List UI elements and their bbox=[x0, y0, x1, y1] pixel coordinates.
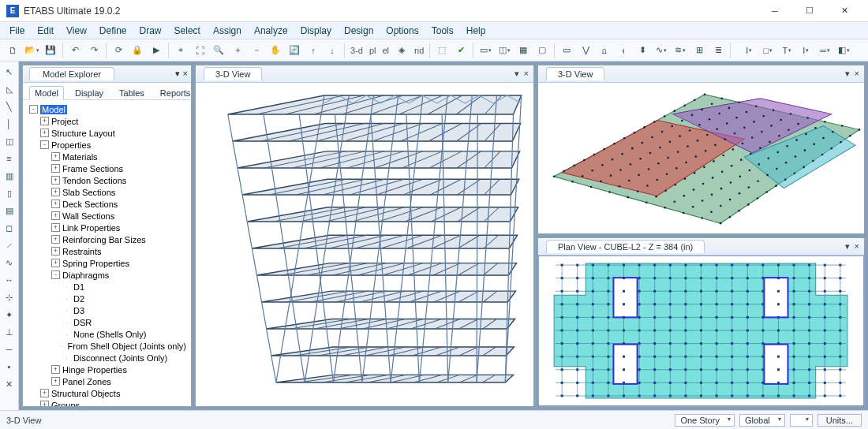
top-3d-viewport[interactable] bbox=[538, 83, 864, 233]
frame-icon[interactable]: ▭ bbox=[558, 42, 575, 59]
snap-point-icon[interactable]: • bbox=[2, 360, 17, 374]
view-menu-icon[interactable]: ▾ bbox=[514, 69, 519, 79]
zoom-in-icon[interactable]: ＋ bbox=[229, 42, 246, 59]
composite-icon[interactable]: ◧ bbox=[835, 42, 852, 59]
ibeam-icon[interactable]: I bbox=[740, 42, 758, 59]
tree-item[interactable]: ·D1 bbox=[23, 281, 191, 293]
menu-draw[interactable]: Draw bbox=[133, 24, 168, 38]
select-prev-icon[interactable]: ◫ bbox=[496, 42, 513, 59]
maximize-button[interactable]: ☐ bbox=[792, 0, 827, 22]
draw-dim-icon[interactable]: ↔ bbox=[2, 273, 17, 287]
draw-brace-icon[interactable]: ◫ bbox=[2, 134, 17, 148]
tree-item[interactable]: -Diaphragms bbox=[23, 269, 191, 281]
up-arrow-icon[interactable]: ↑ bbox=[305, 42, 322, 59]
subtab-tables[interactable]: Tables bbox=[114, 87, 149, 99]
tree-item[interactable]: +Deck Sections bbox=[23, 198, 191, 210]
extra-combo[interactable] bbox=[790, 414, 813, 427]
shear-icon[interactable]: ⋁ bbox=[577, 42, 594, 59]
subtab-reports[interactable]: Reports bbox=[155, 87, 196, 99]
coord-combo[interactable]: Global bbox=[739, 414, 785, 427]
tee-icon[interactable]: T bbox=[778, 42, 795, 59]
object-icon[interactable]: ⬚ bbox=[433, 42, 451, 59]
pan-icon[interactable]: ✋ bbox=[267, 42, 284, 59]
menu-define[interactable]: Define bbox=[93, 24, 133, 38]
snap-all-icon[interactable]: ✦ bbox=[2, 308, 17, 322]
tree-item[interactable]: +Hinge Properties bbox=[23, 364, 191, 375]
story-combo[interactable]: One Story bbox=[675, 414, 735, 427]
panel-pin-icon[interactable]: × bbox=[183, 69, 188, 79]
tree-item[interactable]: ·DSR bbox=[23, 316, 191, 328]
menu-display[interactable]: Display bbox=[294, 24, 338, 38]
conn-icon[interactable]: ═ bbox=[816, 42, 833, 59]
subtab-display[interactable]: Display bbox=[70, 87, 108, 99]
plan-view-header[interactable]: Plan View - CUBE-L2 - Z = 384 (in) ▾× bbox=[538, 238, 864, 256]
snap-int-icon[interactable]: ✕ bbox=[2, 377, 17, 391]
select-all-icon[interactable]: ▦ bbox=[514, 42, 532, 59]
draw-slab-icon[interactable]: ▥ bbox=[2, 169, 17, 183]
zoom-prev-icon[interactable]: 🔍 bbox=[210, 42, 227, 59]
tree-item[interactable]: +Restraints bbox=[23, 245, 191, 257]
tree-item[interactable]: +Link Properties bbox=[23, 222, 191, 233]
pointer-icon[interactable]: ↖ bbox=[2, 65, 17, 79]
view-3d-label[interactable]: 3-d bbox=[347, 46, 366, 55]
tree-item[interactable]: +Slab Sections bbox=[23, 186, 191, 198]
column-icon[interactable]: □ bbox=[759, 42, 776, 59]
view-pl-label[interactable]: pl bbox=[366, 46, 380, 55]
model-tree[interactable]: -Model+Project+Structure Layout-Properti… bbox=[23, 100, 191, 406]
react-icon[interactable]: ⬍ bbox=[634, 42, 651, 59]
tree-item[interactable]: +Panel Zones bbox=[23, 375, 191, 387]
menu-analyze[interactable]: Analyze bbox=[248, 24, 294, 38]
view-close-icon[interactable]: × bbox=[524, 69, 529, 79]
axial-icon[interactable]: ⫞ bbox=[615, 42, 632, 59]
zoom-out-icon[interactable]: － bbox=[248, 42, 265, 59]
tree-item[interactable]: +Reinforcing Bar Sizes bbox=[23, 233, 191, 245]
menu-help[interactable]: Help bbox=[460, 24, 492, 38]
menu-edit[interactable]: Edit bbox=[31, 24, 60, 38]
top-3d-view-tab[interactable]: 3-D View bbox=[546, 67, 604, 80]
down-arrow-icon[interactable]: ↓ bbox=[324, 42, 341, 59]
redo-icon[interactable]: ↷ bbox=[85, 42, 103, 59]
tree-item[interactable]: ·From Shell Object (Joints only) bbox=[23, 340, 191, 352]
main-3d-view-tab[interactable]: 3-D View bbox=[204, 67, 262, 80]
deform-icon[interactable]: ∿ bbox=[653, 42, 670, 59]
tree-item[interactable]: +Frame Sections bbox=[23, 162, 191, 174]
menu-assign[interactable]: Assign bbox=[207, 24, 248, 38]
save-icon[interactable]: 💾 bbox=[42, 42, 59, 59]
lock-icon[interactable]: 🔒 bbox=[129, 42, 146, 59]
menu-file[interactable]: File bbox=[3, 24, 31, 38]
close-button[interactable]: ✕ bbox=[827, 0, 862, 22]
tree-item[interactable]: ·D2 bbox=[23, 293, 191, 304]
model-explorer-header[interactable]: Model Explorer ▾ × bbox=[23, 65, 191, 83]
draw-secondary-icon[interactable]: ≡ bbox=[2, 151, 17, 166]
snap-line-icon[interactable]: ─ bbox=[2, 342, 17, 356]
zoom-box-icon[interactable]: ⌖ bbox=[172, 42, 189, 59]
result-icon[interactable]: ≋ bbox=[672, 42, 689, 59]
zoom-extents-icon[interactable]: ⛶ bbox=[191, 42, 208, 59]
draw-beam-icon[interactable]: ╲ bbox=[2, 99, 17, 114]
draw-tendon-icon[interactable]: ∿ bbox=[2, 256, 17, 270]
menu-tools[interactable]: Tools bbox=[425, 24, 460, 38]
tree-item[interactable]: ·Disconnect (Joints Only) bbox=[23, 352, 191, 364]
main-3d-viewport[interactable] bbox=[196, 83, 533, 406]
new-icon[interactable]: 🗋 bbox=[4, 42, 21, 59]
ibeam2-icon[interactable]: I bbox=[797, 42, 814, 59]
tree-item[interactable]: -Properties bbox=[23, 139, 191, 151]
plan-view-tab[interactable]: Plan View - CUBE-L2 - Z = 384 (in) bbox=[546, 240, 705, 253]
model-explorer-tab[interactable]: Model Explorer bbox=[29, 67, 114, 80]
draw-link-icon[interactable]: ⟋ bbox=[2, 238, 17, 252]
units-button[interactable]: Units... bbox=[817, 414, 862, 427]
view-close-icon[interactable]: × bbox=[855, 241, 859, 252]
view-el-label[interactable]: el bbox=[379, 46, 392, 55]
view-menu-icon[interactable]: ▾ bbox=[845, 241, 850, 252]
tree-item[interactable]: +Tendon Sections bbox=[23, 174, 191, 186]
tree-item[interactable]: +Structural Objects bbox=[23, 387, 191, 399]
top-3d-view-header[interactable]: 3-D View ▾× bbox=[538, 65, 864, 83]
layer-icon[interactable]: ≣ bbox=[709, 42, 727, 59]
open-icon[interactable]: 📂 bbox=[23, 42, 40, 59]
perspective-icon[interactable]: ◈ bbox=[393, 42, 410, 59]
moment-icon[interactable]: ⩍ bbox=[596, 42, 613, 59]
tree-item[interactable]: +Materials bbox=[23, 151, 191, 162]
clear-select-icon[interactable]: ▢ bbox=[533, 42, 551, 59]
view-nd-label[interactable]: nd bbox=[411, 46, 427, 55]
draw-grid-icon[interactable]: ⊹ bbox=[2, 290, 17, 304]
